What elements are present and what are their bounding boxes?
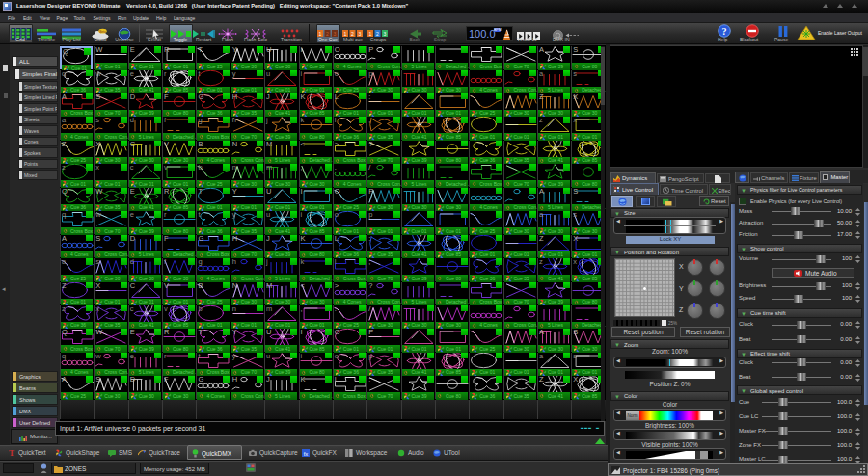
svg-text:fx: fx (304, 450, 309, 456)
svg-text:2: 2 (326, 31, 329, 37)
svg-text:2: 2 (351, 31, 354, 37)
svg-text:1: 1 (319, 31, 322, 37)
svg-text:T: T (9, 449, 14, 457)
svg-text:2: 2 (376, 31, 379, 37)
svg-text:3: 3 (384, 31, 387, 37)
svg-text:?: ? (722, 26, 727, 37)
svg-text:Beta: Beta (99, 29, 106, 33)
svg-text:1: 1 (344, 31, 347, 37)
svg-text:3: 3 (359, 31, 362, 37)
svg-text:3: 3 (334, 31, 337, 37)
svg-text:1: 1 (369, 31, 372, 37)
